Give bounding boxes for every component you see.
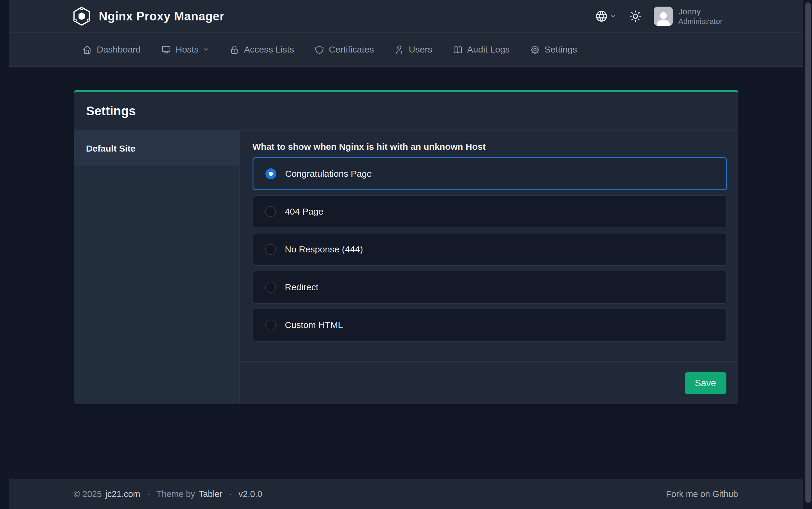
header-actions: Jonny Administrator [595,6,722,26]
footer-credits: © 2025 jc21.com · Theme by Tabler · v2.0… [73,489,262,499]
user-icon [394,45,404,55]
jc21-link[interactable]: jc21.com [105,489,140,499]
version-text: v2.0.0 [238,489,262,499]
radio-icon[interactable] [265,206,276,217]
option-label: 404 Page [285,206,323,217]
user-name: Jonny [678,6,722,17]
settings-panel: What to show when Nginx is hit with an u… [240,131,739,404]
language-menu-button[interactable] [595,10,617,23]
separator: · [229,489,232,499]
option-label: No Response (444) [285,244,363,254]
nav-item-audit-logs[interactable]: Audit Logs [451,40,512,59]
card-header: Settings [74,92,739,131]
option-no-response[interactable]: No Response (444) [253,233,727,266]
npm-logo-icon [73,7,90,26]
copyright-text: © 2025 [73,489,102,499]
option-custom-html[interactable]: Custom HTML [253,308,727,342]
nav-item-users[interactable]: Users [392,40,434,59]
nav-label: Settings [545,44,577,55]
option-404-page[interactable]: 404 Page [253,195,727,228]
radio-icon[interactable] [265,244,276,255]
monitor-icon [161,45,171,55]
option-redirect[interactable]: Redirect [253,271,727,304]
nav-item-hosts[interactable]: Hosts [159,40,211,59]
nav-item-access-lists[interactable]: Access Lists [228,40,296,59]
main-nav: Dashboard Hosts Access Lists [9,33,803,67]
radio-icon[interactable] [265,168,276,179]
lock-icon [229,45,239,55]
question-label: What to show when Nginx is hit with an u… [253,141,727,152]
page-title: Settings [86,104,136,118]
globe-icon [595,10,608,23]
header: Nginx Proxy Manager [9,0,803,33]
option-label: Custom HTML [285,320,343,330]
user-role: Administrator [678,17,722,26]
app-title: Nginx Proxy Manager [99,10,225,23]
brand[interactable]: Nginx Proxy Manager [73,7,225,26]
nav-label: Hosts [176,44,199,55]
radio-icon[interactable] [265,319,276,331]
sidebar-item-default-site[interactable]: Default Site [74,131,239,166]
vertical-scrollbar[interactable] [805,2,811,503]
nav-label: Users [409,44,432,55]
shield-icon [315,45,324,55]
user-menu[interactable]: Jonny Administrator [678,6,722,26]
tabler-link[interactable]: Tabler [199,489,223,499]
chevron-down-icon [203,46,209,53]
option-congratulations-page[interactable]: Congratulations Page [253,157,727,190]
nav-label: Dashboard [97,44,141,55]
nav-item-dashboard[interactable]: Dashboard [80,40,143,59]
radio-icon[interactable] [265,282,276,293]
home-icon [82,45,92,55]
nav-item-settings[interactable]: Settings [528,40,579,59]
nav-item-certificates[interactable]: Certificates [313,40,376,59]
sun-icon [629,10,642,23]
nav-label: Access Lists [244,44,294,55]
save-button[interactable]: Save [685,372,726,394]
settings-sidebar: Default Site [74,131,240,404]
form-actions: Save [240,361,739,404]
settings-card: Settings Default Site What to show when … [74,90,739,404]
person-silhouette-icon [654,8,673,26]
card-body: Default Site What to show when Nginx is … [74,131,739,404]
theme-by-text: Theme by [157,489,195,499]
chevron-down-icon [610,13,617,20]
fork-github-link[interactable]: Fork me on Github [666,489,738,499]
nav-label: Audit Logs [467,44,510,55]
app-shell: Nginx Proxy Manager [9,0,803,509]
book-icon [453,45,463,55]
page-footer: © 2025 jc21.com · Theme by Tabler · v2.0… [9,479,803,509]
page-content: Settings Default Site What to show when … [9,90,803,404]
option-label: Congratulations Page [285,169,372,179]
gear-icon [530,45,540,55]
default-site-form: What to show when Nginx is hit with an u… [240,131,739,342]
nav-label: Certificates [329,44,374,55]
avatar[interactable] [654,7,673,26]
option-label: Redirect [285,282,319,292]
separator: · [147,489,150,499]
theme-toggle-button[interactable] [629,10,642,23]
